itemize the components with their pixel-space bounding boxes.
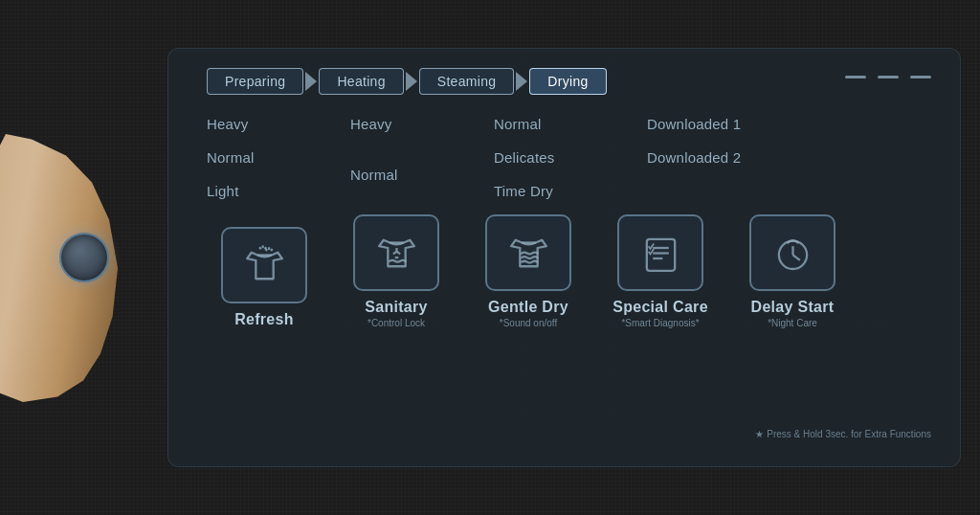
column-1: Heavy Normal Light <box>207 112 350 203</box>
special-care-label: Special Care <box>612 299 708 316</box>
special-care-sublabel: *Smart Diagnosis* <box>621 318 699 328</box>
step-preparing-label: Preparing <box>207 68 303 95</box>
delay-start-sublabel: *Night Care <box>768 318 817 328</box>
delay-start-icon <box>767 227 819 280</box>
menu-item-normal-3[interactable]: Normal <box>494 112 647 136</box>
dots-indicator <box>845 76 931 78</box>
footer-note: ★ Press & Hold 3sec. for Extra Functions <box>755 429 931 439</box>
menu-item-downloaded-1[interactable]: Downloaded 1 <box>647 112 838 136</box>
menu-item-heavy-2[interactable]: Heavy <box>350 112 494 136</box>
special-care-button[interactable]: Special Care *Smart Diagnosis* <box>603 214 718 328</box>
step-drying-label: Drying <box>529 68 606 95</box>
step-heating-label: Heating <box>319 68 403 95</box>
sanitary-sublabel: *Control Lock <box>368 318 425 328</box>
svg-line-6 <box>270 249 272 251</box>
menu-item-delicates[interactable]: Delicates <box>494 146 647 169</box>
svg-line-9 <box>396 251 400 254</box>
menu-item-heavy-1[interactable]: Heavy <box>207 112 350 136</box>
svg-line-5 <box>265 249 267 251</box>
delay-start-button[interactable]: Delay Start *Night Care <box>735 214 850 328</box>
menu-item-normal-1[interactable]: Normal <box>207 146 350 169</box>
step-heating[interactable]: Heating <box>319 68 403 95</box>
step-steaming-label: Steaming <box>419 68 515 95</box>
delay-start-label: Delay Start <box>751 299 835 316</box>
display-panel: Preparing Heating Steaming Drying Heavy … <box>167 48 961 467</box>
sanitary-button[interactable]: Sanitary *Control Lock <box>339 214 454 328</box>
refresh-icon <box>238 239 291 292</box>
gentle-dry-icon <box>502 227 555 280</box>
gentle-dry-icon-box <box>485 214 571 291</box>
column-2: Heavy Normal <box>350 112 494 203</box>
menu-item-empty <box>350 146 494 153</box>
menu-item-normal-2[interactable]: Normal <box>350 163 494 187</box>
svg-rect-13 <box>646 238 674 270</box>
steps-header: Preparing Heating Steaming Drying <box>207 68 931 95</box>
step-drying[interactable]: Drying <box>529 68 606 95</box>
svg-line-10 <box>392 251 396 254</box>
arrow-3 <box>516 72 527 91</box>
menu-columns: Heavy Normal Light Heavy Normal Normal D… <box>197 112 931 203</box>
arrow-1 <box>305 72 317 91</box>
column-3: Normal Delicates Time Dry <box>494 112 647 203</box>
dot-3 <box>910 76 931 78</box>
special-care-icon-box <box>617 214 703 291</box>
svg-line-19 <box>792 255 799 260</box>
refresh-button[interactable]: Refresh <box>207 227 322 328</box>
sanitary-icon-box <box>353 214 439 291</box>
refresh-label: Refresh <box>234 311 294 328</box>
gentle-dry-button[interactable]: Gentle Dry *Sound on/off <box>471 214 586 328</box>
step-steaming[interactable]: Steaming <box>419 68 515 95</box>
power-button[interactable] <box>59 233 109 282</box>
refresh-icon-box <box>221 227 307 303</box>
dot-1 <box>845 76 866 78</box>
column-4: Downloaded 1 Downloaded 2 <box>647 112 838 203</box>
sanitary-label: Sanitary <box>365 299 428 316</box>
svg-line-2 <box>259 247 261 249</box>
arrow-2 <box>406 72 417 91</box>
gentle-dry-label: Gentle Dry <box>488 299 568 316</box>
dot-2 <box>878 76 899 78</box>
menu-item-time-dry[interactable]: Time Dry <box>494 179 647 203</box>
delay-start-icon-box <box>749 214 835 291</box>
special-care-icon <box>635 227 687 280</box>
gentle-dry-sublabel: *Sound on/off <box>500 318 557 328</box>
menu-item-downloaded-2[interactable]: Downloaded 2 <box>647 146 838 169</box>
menu-item-light[interactable]: Light <box>207 179 350 203</box>
step-preparing[interactable]: Preparing <box>207 68 303 95</box>
icon-buttons-row: Refresh Sanitary *Control Lock <box>197 214 931 328</box>
sanitary-icon <box>370 227 423 280</box>
